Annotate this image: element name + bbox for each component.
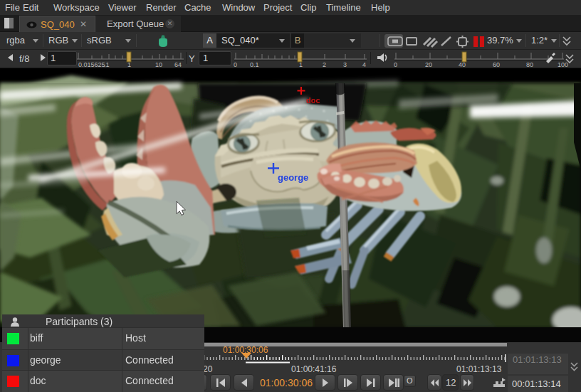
svg-text:1: 1 [127,61,131,68]
svg-text:3: 3 [343,61,347,68]
svg-text:60: 60 [493,61,500,68]
svg-text:64: 64 [174,61,182,68]
svg-text:0: 0 [394,61,397,68]
svg-text:0.1: 0.1 [250,61,259,68]
svg-text:80: 80 [526,61,533,68]
svg-text:2: 2 [323,61,326,68]
svg-text:10: 10 [155,61,162,68]
svg-text:40: 40 [459,61,466,68]
svg-text:george: george [278,172,308,183]
svg-text:0.015625: 0.015625 [78,61,105,68]
svg-text:.1: .1 [104,61,110,68]
svg-text:4: 4 [362,61,366,68]
svg-text:20: 20 [425,61,432,68]
svg-text:1: 1 [299,61,303,68]
svg-text:doc: doc [306,96,320,105]
svg-text:0: 0 [234,61,237,68]
